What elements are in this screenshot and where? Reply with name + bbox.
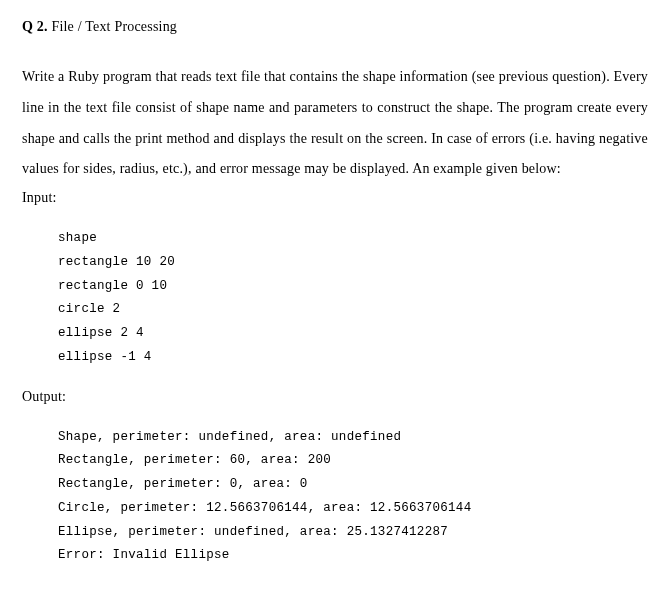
- input-label: Input:: [22, 191, 648, 205]
- question-heading: Q 2. File / Text Processing: [22, 20, 648, 34]
- question-number: Q 2.: [22, 19, 48, 34]
- output-label: Output:: [22, 390, 648, 404]
- input-code: shape rectangle 10 20 rectangle 0 10 cir…: [58, 227, 648, 370]
- question-title: File / Text Processing: [51, 19, 177, 34]
- question-body: Write a Ruby program that reads text fil…: [22, 62, 648, 185]
- output-code: Shape, perimeter: undefined, area: undef…: [58, 426, 648, 569]
